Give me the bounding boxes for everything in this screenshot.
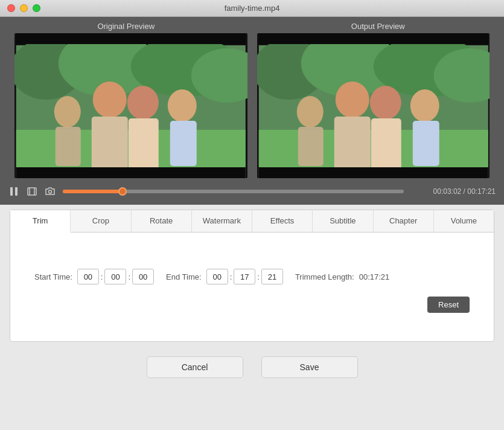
window-controls[interactable] bbox=[7, 4, 40, 12]
end-minute-input[interactable] bbox=[234, 269, 255, 284]
svg-rect-10 bbox=[92, 117, 128, 171]
svg-point-7 bbox=[54, 96, 81, 127]
titlebar: family-time.mp4 bbox=[0, 0, 504, 17]
svg-rect-14 bbox=[170, 121, 197, 166]
start-minute-input[interactable] bbox=[104, 269, 126, 284]
svg-rect-27 bbox=[334, 117, 370, 171]
tab-watermark[interactable]: Watermark bbox=[192, 210, 252, 232]
maximize-button[interactable] bbox=[33, 4, 40, 12]
svg-rect-29 bbox=[371, 118, 401, 170]
svg-rect-34 bbox=[10, 187, 13, 196]
tab-crop[interactable]: Crop bbox=[71, 210, 131, 232]
screenshot-button[interactable] bbox=[45, 186, 56, 197]
output-preview bbox=[257, 33, 490, 178]
cancel-button[interactable]: Cancel bbox=[147, 356, 243, 378]
original-video-frame bbox=[14, 33, 247, 178]
close-button[interactable] bbox=[7, 4, 15, 12]
bottom-buttons: Cancel Save bbox=[0, 347, 504, 388]
controls-bar: 00:03:02 / 00:17:21 bbox=[0, 178, 504, 205]
svg-point-13 bbox=[168, 89, 197, 122]
svg-point-30 bbox=[410, 89, 439, 122]
svg-rect-36 bbox=[28, 188, 36, 195]
svg-rect-33 bbox=[258, 167, 488, 178]
output-preview-label: Output Preview bbox=[252, 22, 505, 31]
video-section: Original Preview Output Preview bbox=[0, 17, 504, 205]
tab-rotate[interactable]: Rotate bbox=[132, 210, 192, 232]
reset-button[interactable]: Reset bbox=[427, 297, 470, 313]
svg-rect-16 bbox=[16, 167, 246, 178]
pause-button[interactable] bbox=[8, 186, 19, 197]
minimize-button[interactable] bbox=[20, 4, 28, 12]
start-time-group: Start Time: : : bbox=[34, 269, 154, 284]
start-hour-input[interactable] bbox=[77, 269, 99, 284]
progress-fill bbox=[63, 190, 123, 193]
trim-row: Start Time: : : End Time: : : bbox=[22, 269, 482, 284]
frame-button[interactable] bbox=[27, 186, 37, 197]
start-second-input[interactable] bbox=[132, 269, 154, 284]
time-display: 00:03:02 / 00:17:21 bbox=[411, 187, 496, 196]
svg-point-28 bbox=[369, 86, 401, 120]
start-time-inputs: : : bbox=[77, 269, 154, 284]
svg-rect-8 bbox=[56, 127, 81, 166]
svg-rect-32 bbox=[258, 33, 488, 44]
trimmed-length-value: 00:17:21 bbox=[359, 272, 390, 281]
reset-btn-row: Reset bbox=[22, 284, 482, 319]
end-second-input[interactable] bbox=[261, 269, 283, 284]
svg-rect-25 bbox=[298, 127, 323, 166]
svg-rect-31 bbox=[412, 121, 439, 166]
tab-trim[interactable]: Trim bbox=[10, 210, 71, 233]
start-sep1: : bbox=[100, 272, 104, 281]
svg-point-26 bbox=[335, 82, 369, 118]
video-labels: Original Preview Output Preview bbox=[0, 17, 504, 33]
svg-rect-15 bbox=[16, 33, 246, 44]
tab-subtitle[interactable]: Subtitle bbox=[313, 210, 373, 232]
end-sep1: : bbox=[229, 272, 233, 281]
original-preview bbox=[14, 33, 247, 178]
end-time-group: End Time: : : bbox=[166, 269, 283, 284]
start-time-label: Start Time: bbox=[34, 272, 72, 281]
tab-effects[interactable]: Effects bbox=[252, 210, 313, 232]
output-video-frame bbox=[257, 33, 490, 178]
progress-bar[interactable] bbox=[63, 190, 404, 193]
tabs-section: Trim Crop Rotate Watermark Effects Subti… bbox=[10, 210, 494, 342]
trimmed-length-label: Trimmed Length: bbox=[295, 272, 354, 281]
svg-point-24 bbox=[296, 96, 323, 127]
trim-content: Start Time: : : End Time: : : bbox=[10, 233, 494, 341]
svg-rect-35 bbox=[15, 187, 18, 196]
end-sep2: : bbox=[257, 272, 260, 281]
trimmed-length-group: Trimmed Length: 00:17:21 bbox=[295, 272, 389, 281]
end-time-label: End Time: bbox=[166, 272, 202, 281]
end-hour-input[interactable] bbox=[206, 269, 228, 284]
tab-chapter[interactable]: Chapter bbox=[374, 210, 434, 232]
end-time-inputs: : : bbox=[206, 269, 283, 284]
save-button[interactable]: Save bbox=[261, 356, 358, 378]
video-previews bbox=[0, 33, 504, 178]
original-preview-label: Original Preview bbox=[0, 22, 252, 31]
svg-point-9 bbox=[93, 82, 127, 118]
start-sep2: : bbox=[127, 272, 131, 281]
svg-point-11 bbox=[127, 86, 159, 120]
svg-rect-12 bbox=[129, 118, 159, 170]
progress-thumb[interactable] bbox=[118, 187, 127, 196]
tabs-header: Trim Crop Rotate Watermark Effects Subti… bbox=[10, 210, 494, 233]
tab-volume[interactable]: Volume bbox=[434, 210, 494, 232]
window-title: family-time.mp4 bbox=[225, 4, 280, 13]
svg-point-39 bbox=[49, 190, 52, 193]
